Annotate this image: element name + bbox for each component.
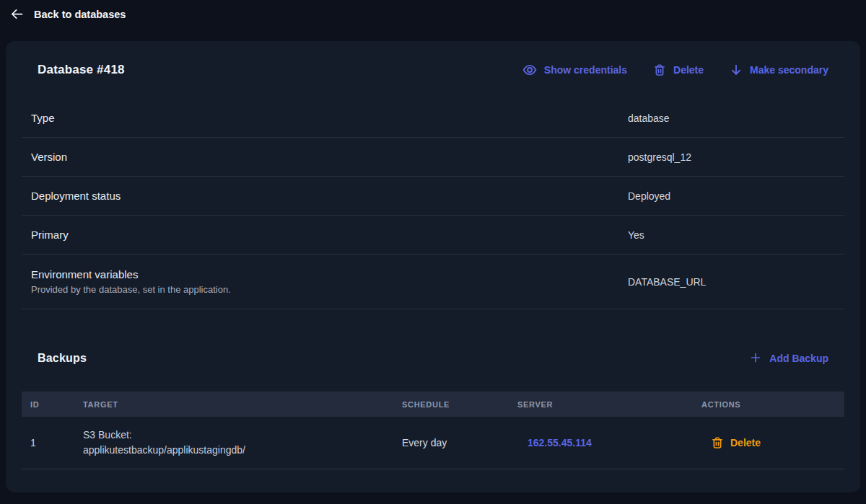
backup-id: 1 (22, 437, 83, 448)
back-to-databases-button[interactable]: Back to databases (9, 6, 126, 22)
database-detail-card: Database #418 Show credentials (6, 41, 860, 492)
backup-schedule: Every day (402, 437, 517, 448)
backup-table-row: 1 S3 Bucket: applikutestbackup/applikust… (22, 417, 844, 469)
arrow-down-icon (730, 63, 743, 76)
column-header-id: ID (22, 400, 83, 409)
back-arrow-icon (9, 6, 25, 22)
row-label: Version (31, 151, 628, 163)
make-secondary-button[interactable]: Make secondary (730, 63, 828, 76)
backups-header: Backups Add Backup (22, 344, 844, 373)
column-header-schedule: SCHEDULE (402, 400, 517, 409)
row-label: Type (31, 112, 628, 124)
plus-icon (750, 352, 761, 366)
detail-row-deployment-status: Deployment status Deployed (22, 177, 844, 216)
row-label: Primary (31, 229, 628, 241)
page-title: Database #418 (38, 63, 125, 77)
trash-icon (711, 436, 724, 449)
make-secondary-label: Make secondary (750, 64, 828, 76)
detail-row-type: Type database (22, 99, 844, 138)
add-backup-button[interactable]: Add Backup (750, 352, 828, 366)
backups-title: Backups (38, 352, 87, 365)
header-actions: Show credentials Delete (522, 63, 828, 77)
backup-target-type: S3 Bucket: (83, 428, 402, 443)
backup-target: S3 Bucket: applikutestbackup/applikustag… (83, 428, 402, 458)
trash-icon (653, 63, 666, 76)
show-credentials-label: Show credentials (544, 64, 627, 76)
row-value: Yes (628, 229, 844, 241)
card-header: Database #418 Show credentials (22, 41, 844, 99)
back-label: Back to databases (34, 9, 126, 20)
backups-table-header: ID TARGET SCHEDULE SERVER ACTIONS (22, 392, 844, 417)
row-value: Deployed (628, 190, 844, 202)
detail-row-version: Version postgresql_12 (22, 138, 844, 177)
delete-database-button[interactable]: Delete (653, 63, 704, 76)
row-value: postgresql_12 (628, 151, 844, 163)
delete-backup-button[interactable]: Delete (701, 436, 844, 449)
detail-row-environment-variables: Environment variables Provided by the da… (22, 255, 844, 309)
topbar: Back to databases (0, 0, 866, 41)
detail-row-primary: Primary Yes (22, 216, 844, 255)
column-header-server: SERVER (517, 400, 701, 409)
show-credentials-button[interactable]: Show credentials (522, 63, 627, 77)
row-value: database (628, 112, 844, 124)
delete-database-label: Delete (673, 64, 704, 76)
row-label: Environment variables (31, 268, 628, 280)
delete-backup-label: Delete (730, 437, 761, 448)
row-label: Deployment status (31, 190, 628, 202)
column-header-actions: ACTIONS (701, 400, 844, 409)
add-backup-label: Add Backup (769, 353, 828, 364)
backup-server-link[interactable]: 162.55.45.114 (517, 437, 701, 448)
row-sublabel: Provided by the database, set in the app… (31, 284, 628, 295)
column-header-target: TARGET (83, 400, 402, 409)
row-value: DATABASE_URL (628, 276, 844, 288)
eye-icon (522, 63, 537, 77)
backup-target-path: applikutestbackup/applikustagingdb/ (83, 443, 402, 458)
